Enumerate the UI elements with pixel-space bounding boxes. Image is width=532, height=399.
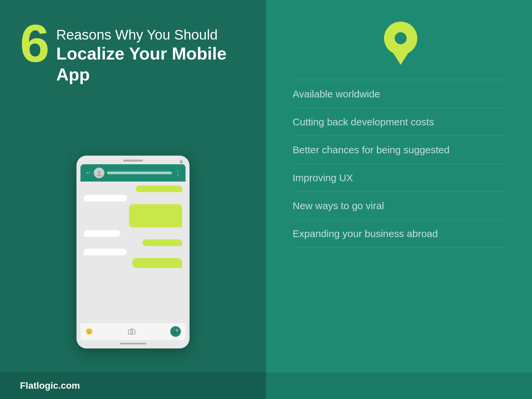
reason-text: Available worldwide bbox=[293, 87, 505, 100]
reason-item-3: Better chances for being suggested bbox=[293, 136, 505, 164]
phone-mockup-container: ← ⋮ bbox=[76, 105, 190, 399]
message-bubble bbox=[84, 249, 127, 255]
emoji-icon: 🙂 bbox=[85, 328, 93, 335]
reasons-list: Available worldwideCutting back developm… bbox=[293, 80, 505, 248]
svg-marker-6 bbox=[389, 47, 412, 65]
title-block: Reasons Why You Should Localize Your Mob… bbox=[56, 20, 246, 85]
back-arrow-icon: ← bbox=[85, 169, 91, 176]
phone-speaker bbox=[123, 160, 143, 162]
camera-icon bbox=[128, 328, 136, 335]
chat-messages bbox=[80, 182, 186, 323]
svg-point-0 bbox=[98, 171, 100, 174]
footer: Flatlogic.com bbox=[0, 372, 266, 399]
location-pin-container bbox=[293, 20, 505, 60]
header: 6 Reasons Why You Should Localize Your M… bbox=[20, 20, 246, 85]
reason-text: Cutting back development costs bbox=[293, 115, 505, 128]
phone-screen: ← ⋮ bbox=[80, 164, 186, 340]
reason-text: Better chances for being suggested bbox=[293, 143, 505, 156]
right-panel: Available worldwideCutting back developm… bbox=[266, 0, 532, 399]
right-footer bbox=[266, 372, 532, 399]
svg-point-5 bbox=[395, 32, 407, 44]
reason-item-1: Available worldwide bbox=[293, 80, 505, 108]
reason-item-2: Cutting back development costs bbox=[293, 108, 505, 136]
mic-icon: 🎤 bbox=[170, 326, 181, 337]
reason-item-4: Improving UX bbox=[293, 164, 505, 192]
title-line2: Localize Your Mobile App bbox=[56, 43, 246, 85]
svg-point-1 bbox=[97, 174, 101, 176]
phone-home-bar bbox=[80, 343, 186, 344]
message-bubble bbox=[136, 186, 182, 192]
message-bubble bbox=[132, 258, 182, 268]
home-indicator bbox=[120, 343, 146, 344]
message-bubble bbox=[84, 195, 127, 201]
chat-name-bar bbox=[107, 172, 172, 174]
title-line1: Reasons Why You Should bbox=[56, 27, 246, 43]
location-pin-icon bbox=[382, 20, 416, 60]
svg-point-3 bbox=[131, 331, 133, 333]
reason-text: Improving UX bbox=[293, 171, 505, 184]
left-panel: 6 Reasons Why You Should Localize Your M… bbox=[0, 0, 266, 399]
message-bubble bbox=[142, 239, 182, 246]
reason-text: Expanding your business abroad bbox=[293, 227, 505, 240]
footer-logo: Flatlogic.com bbox=[20, 380, 80, 391]
chat-topbar: ← ⋮ bbox=[80, 164, 186, 182]
reason-item-6: Expanding your business abroad bbox=[293, 220, 505, 248]
chat-bottom-bar: 🙂 🎤 bbox=[80, 323, 186, 340]
chat-avatar bbox=[94, 168, 104, 178]
phone-camera bbox=[180, 160, 183, 164]
chat-menu-icon: ⋮ bbox=[175, 169, 181, 177]
message-bubble bbox=[129, 204, 182, 227]
reason-text: New ways to go viral bbox=[293, 199, 505, 212]
reason-item-5: New ways to go viral bbox=[293, 192, 505, 220]
big-number: 6 bbox=[20, 17, 50, 70]
phone-mockup: ← ⋮ bbox=[76, 156, 190, 348]
phone-top-bar bbox=[80, 160, 186, 162]
message-bubble bbox=[84, 230, 120, 237]
